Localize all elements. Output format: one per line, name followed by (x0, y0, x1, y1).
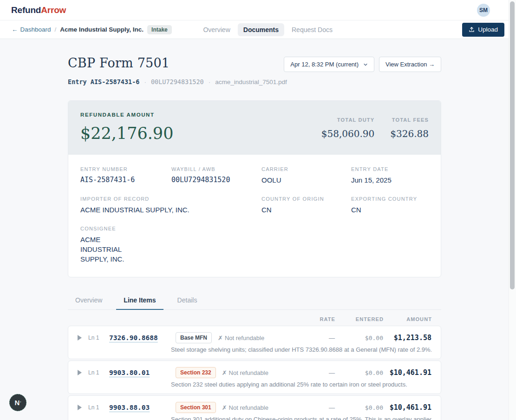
breadcrumb-company: Acme Industrial Supply, Inc. (60, 26, 144, 33)
field-label: WAYBILL / AWB (171, 166, 261, 172)
hts-code-link[interactable]: 7326.90.8688 (109, 334, 165, 341)
section-tab-details[interactable]: Details (170, 292, 205, 309)
field-label: CONSIGNEE (80, 226, 171, 231)
document-subtitle: Entry AIS-2587431-6 · 00LU7294831520 · a… (68, 78, 441, 85)
cross-icon: ✗ (218, 335, 223, 341)
field-label: CARRIER (261, 166, 351, 172)
floating-widget-tick: ′ (20, 400, 21, 405)
refund-status: ✗Not refundable (218, 335, 287, 341)
waybill-number: 00LU7294831520 (151, 78, 204, 85)
rate-cell: — (287, 369, 335, 376)
breadcrumb-separator: / (55, 26, 57, 33)
page-title: CBP Form 7501 (68, 56, 170, 70)
floating-widget-button[interactable]: N′ (9, 394, 26, 411)
dot-separator: · (144, 79, 146, 85)
logo-part-refund: Refund (11, 5, 41, 15)
section-tab-overview[interactable]: Overview (68, 292, 110, 309)
entered-cell: $0.00 (335, 404, 383, 411)
line-number: Ln 1 (88, 404, 102, 411)
scrollbar (509, 0, 516, 420)
line-items-header: RATE ENTERED AMOUNT (68, 310, 441, 326)
version-selected-value: Apr 12, 8:32 PM (current) (290, 61, 359, 68)
amount-cell: $1,213.58 (383, 334, 431, 342)
tab-request-docs[interactable]: Request Docs (286, 23, 338, 36)
tab-overview[interactable]: Overview (197, 23, 235, 36)
field-value: AIS-2587431-6 (80, 175, 171, 185)
line-item-row: Ln 1 9903.88.03 Section 301 ✗Not refunda… (68, 395, 441, 420)
total-fees-value: $326.88 (390, 128, 429, 139)
entered-cell: $0.00 (335, 335, 383, 341)
field-value: CN (261, 205, 351, 215)
refundable-amount-label: REFUNDABLE AMOUNT (80, 112, 173, 118)
refund-status-label: Not refundable (229, 369, 268, 376)
total-duty-block: TOTAL DUTY $58,060.90 (321, 117, 375, 139)
line-item-main: Ln 1 9903.80.01 Section 232 ✗Not refunda… (78, 367, 431, 378)
back-to-dashboard-link[interactable]: ← Dashboard (12, 26, 51, 33)
line-item-description: Steel storage shelving units; classified… (171, 346, 431, 353)
line-item-description: Section 232 steel duties applying an add… (171, 381, 431, 388)
upload-icon (469, 26, 475, 33)
field-label: COUNTRY OF ORIGIN (261, 196, 351, 202)
title-row: CBP Form 7501 Apr 12, 8:32 PM (current) … (68, 56, 441, 72)
upload-button[interactable]: Upload (462, 23, 504, 37)
user-avatar[interactable]: SM (477, 4, 490, 17)
total-fees-label: TOTAL FEES (390, 117, 429, 123)
section-tab-line-items[interactable]: Line Items (116, 292, 163, 309)
field-consignee: CONSIGNEE ACME INDUSTRIAL SUPPLY, INC. (80, 226, 171, 264)
field-label: IMPORTER OF RECORD (80, 196, 261, 202)
amount-cell: $10,461.91 (383, 368, 431, 377)
refund-status-label: Not refundable (229, 404, 268, 411)
page-nav-tabs: Overview Documents Request Docs (197, 20, 338, 39)
line-item-main: Ln 1 7326.90.8688 Base MFN ✗Not refundab… (78, 332, 431, 343)
breadcrumb-bar: ← Dashboard / Acme Industrial Supply, In… (0, 20, 516, 39)
field-label: EXPORTING COUNTRY (351, 196, 429, 202)
amount-cell: $10,461.91 (383, 403, 431, 412)
field-value: ACME INDUSTRIAL SUPPLY, INC. (80, 205, 261, 215)
field-importer: IMPORTER OF RECORD ACME INDUSTRIAL SUPPL… (80, 196, 261, 215)
expand-caret-icon[interactable] (78, 405, 82, 410)
title-actions: Apr 12, 8:32 PM (current) View Extractio… (284, 57, 441, 72)
field-value: 00LU7294831520 (171, 175, 261, 185)
back-label: Dashboard (20, 26, 51, 33)
refund-summary: REFUNDABLE AMOUNT $22,176.90 TOTAL DUTY … (68, 101, 441, 155)
column-header-amount: AMOUNT (384, 316, 432, 322)
top-header: RefundArrow SM (0, 0, 516, 20)
total-fees-block: TOTAL FEES $326.88 (390, 117, 429, 139)
field-label: ENTRY DATE (351, 166, 429, 172)
field-exporting: EXPORTING COUNTRY CN (351, 196, 429, 215)
logo-part-arrow: Arrow (41, 5, 66, 15)
field-value: ACME INDUSTRIAL SUPPLY, INC. (80, 235, 143, 264)
view-extraction-button[interactable]: View Extraction → (379, 57, 441, 72)
hts-code-link[interactable]: 9903.80.01 (109, 369, 165, 376)
expand-caret-icon[interactable] (78, 335, 82, 341)
cross-icon: ✗ (222, 404, 227, 411)
field-entry-date: ENTRY DATE Jun 15, 2025 (351, 166, 429, 185)
chevron-down-icon (363, 62, 368, 67)
total-duty-label: TOTAL DUTY (321, 117, 375, 123)
version-select[interactable]: Apr 12, 8:32 PM (current) (284, 57, 374, 72)
rate-cell: — (287, 404, 335, 411)
totals-block: TOTAL DUTY $58,060.90 TOTAL FEES $326.88 (321, 112, 429, 143)
refund-status: ✗Not refundable (222, 369, 287, 376)
rate-cell: — (287, 335, 335, 341)
back-arrow-icon: ← (12, 26, 18, 33)
refund-status-label: Not refundable (225, 335, 264, 341)
entered-cell: $0.00 (335, 369, 383, 376)
source-filename: acme_industrial_7501.pdf (215, 79, 287, 85)
field-origin: COUNTRY OF ORIGIN CN (261, 196, 351, 215)
line-number: Ln 1 (88, 335, 102, 341)
hts-code-link[interactable]: 9903.88.03 (109, 404, 165, 411)
app-logo[interactable]: RefundArrow (11, 5, 66, 15)
main-content: CBP Form 7501 Apr 12, 8:32 PM (current) … (68, 39, 441, 420)
expand-caret-icon[interactable] (78, 370, 82, 375)
scrollbar-thumb[interactable] (510, 1, 515, 289)
column-header-rate: RATE (287, 316, 335, 322)
field-value: OOLU (261, 175, 351, 185)
line-item-main: Ln 1 9903.88.03 Section 301 ✗Not refunda… (78, 402, 431, 413)
floating-widget-label: N (14, 399, 20, 407)
duty-type-badge: Section 301 (176, 402, 216, 413)
field-value: CN (351, 205, 429, 215)
total-duty-value: $58,060.90 (321, 128, 375, 139)
tab-documents[interactable]: Documents (238, 23, 284, 36)
refundable-amount-value: $22,176.90 (80, 124, 173, 143)
